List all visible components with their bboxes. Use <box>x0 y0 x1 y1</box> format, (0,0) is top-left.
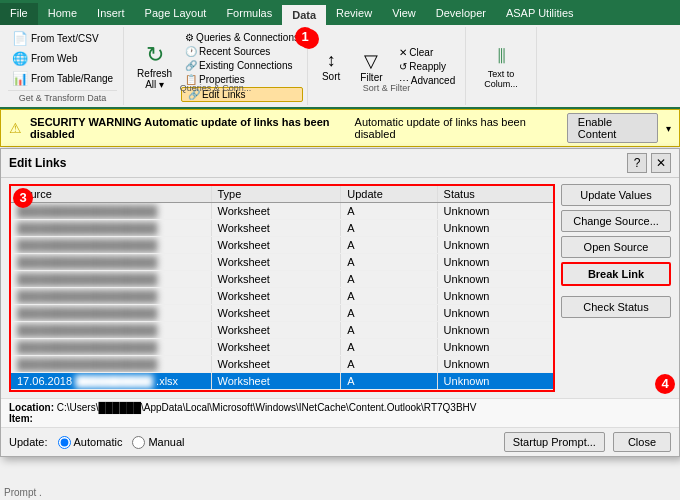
links-table: Source Type Update Status ██████████████… <box>11 186 553 390</box>
tab-view[interactable]: View <box>382 3 426 25</box>
cell-update: A <box>341 220 437 237</box>
table-row[interactable]: ██████████████████WorksheetAUnknown <box>11 322 553 339</box>
btn-open-source[interactable]: Open Source <box>561 236 671 258</box>
btn-sort[interactable]: ↕ Sort <box>314 48 348 84</box>
cell-source: 17.06.2018 ██████████ .xlsx <box>11 373 211 390</box>
security-text: SECURITY WARNING Automatic update of lin… <box>30 116 347 140</box>
tab-developer[interactable]: Developer <box>426 3 496 25</box>
tab-page-layout[interactable]: Page Layout <box>135 3 217 25</box>
cell-source: ██████████████████ <box>11 288 211 305</box>
tab-review[interactable]: Review <box>326 3 382 25</box>
group-text-cols: ⦀ Text toColum... <box>466 27 537 105</box>
btn-from-web-label: From Web <box>31 53 78 64</box>
tab-insert[interactable]: Insert <box>87 3 135 25</box>
btn-text-to-cols[interactable]: ⦀ Text toColum... <box>476 29 526 103</box>
btn-queries-label: Queries & Connections <box>196 32 299 43</box>
table-row[interactable]: ██████████████████WorksheetAUnknown <box>11 237 553 254</box>
group-connections-label: Queries & Conn... <box>124 83 307 93</box>
startup-prompt-label: Startup Prompt... <box>513 436 596 448</box>
cell-status: Unknown <box>437 237 553 254</box>
security-icon: ⚠ <box>9 120 22 136</box>
btn-existing-connections[interactable]: 🔗 Existing Connections <box>181 59 303 72</box>
prompt-label: Prompt . <box>4 487 42 498</box>
btn-reapply[interactable]: ↺ Reapply <box>395 60 460 73</box>
item-label: Item: <box>9 413 33 424</box>
col-type: Type <box>211 186 341 203</box>
cell-source: ██████████████████ <box>11 254 211 271</box>
tab-data[interactable]: Data <box>282 3 326 25</box>
cell-source: ██████████████████ <box>11 305 211 322</box>
table-row[interactable]: ██████████████████WorksheetAUnknown <box>11 220 553 237</box>
anno-4: 4 <box>655 374 675 394</box>
table-row[interactable]: ██████████████████WorksheetAUnknown <box>11 203 553 220</box>
cell-update: A <box>341 305 437 322</box>
tab-file[interactable]: File <box>0 3 38 25</box>
btn-check-status[interactable]: Check Status <box>561 296 671 318</box>
enable-dropdown-icon[interactable]: ▾ <box>666 123 671 134</box>
group-sort-filter: ↕ Sort ▽ Filter ✕ Clear ↺ Reapply ⋯ Adva… <box>308 27 466 105</box>
cell-status: Unknown <box>437 305 553 322</box>
col-source: Source <box>11 186 211 203</box>
btn-from-table[interactable]: 📊 From Table/Range <box>8 69 117 88</box>
cell-source: ██████████████████ <box>11 271 211 288</box>
existing-icon: 🔗 <box>185 60 197 71</box>
tab-formulas[interactable]: Formulas <box>216 3 282 25</box>
cell-update: A <box>341 288 437 305</box>
dialog-help-btn[interactable]: ? <box>627 153 647 173</box>
cell-status: Unknown <box>437 322 553 339</box>
dialog-footer: Location: C:\Users\██████\AppData\Local\… <box>1 398 679 427</box>
close-label: Close <box>628 436 656 448</box>
security-bar: ⚠ SECURITY WARNING Automatic update of l… <box>0 109 680 147</box>
manual-label: Manual <box>148 436 184 448</box>
table-row[interactable]: ██████████████████WorksheetAUnknown <box>11 288 553 305</box>
table-row[interactable]: 17.06.2018 ██████████ .xlsxWorksheetAUnk… <box>11 373 553 390</box>
btn-change-source[interactable]: Change Source... <box>561 210 671 232</box>
bottom-right: Startup Prompt... Close <box>504 432 671 452</box>
btn-filter[interactable]: ▽ Filter <box>352 48 390 85</box>
btn-recent-sources[interactable]: 🕐 Recent Sources <box>181 45 303 58</box>
dialog-table-area: Source Type Update Status ██████████████… <box>9 184 555 392</box>
btn-text-cols-label: Text toColum... <box>484 69 518 89</box>
tab-home[interactable]: Home <box>38 3 87 25</box>
table-row[interactable]: ██████████████████WorksheetAUnknown <box>11 254 553 271</box>
cell-source: ██████████████████ <box>11 322 211 339</box>
table-row[interactable]: ██████████████████WorksheetAUnknown <box>11 305 553 322</box>
btn-filter-label: Filter <box>360 72 382 83</box>
group-get-transform: 📄 From Text/CSV 🌐 From Web 📊 From Table/… <box>2 27 124 105</box>
radio-automatic[interactable] <box>58 436 71 449</box>
cell-update: A <box>341 322 437 339</box>
btn-clear[interactable]: ✕ Clear <box>395 46 460 59</box>
table-row[interactable]: ██████████████████WorksheetAUnknown <box>11 356 553 373</box>
table-row[interactable]: ██████████████████WorksheetAUnknown <box>11 271 553 288</box>
footer-item: Item: <box>9 413 671 424</box>
btn-startup-prompt[interactable]: Startup Prompt... <box>504 432 605 452</box>
dialog-action-buttons: Update Values Change Source... Open Sour… <box>561 184 671 392</box>
cell-type: Worksheet <box>211 356 341 373</box>
prompt-text: Prompt . <box>0 485 46 500</box>
btn-break-link[interactable]: Break Link <box>561 262 671 286</box>
btn-close[interactable]: Close <box>613 432 671 452</box>
cell-update: A <box>341 356 437 373</box>
cell-source: ██████████████████ <box>11 237 211 254</box>
sort-filter-left: ↕ Sort <box>314 48 348 84</box>
cell-status: Unknown <box>437 373 553 390</box>
edit-links-dialog: Edit Links ? ✕ Source Type Update Status <box>0 148 680 457</box>
cell-type: Worksheet <box>211 288 341 305</box>
radio-manual[interactable] <box>132 436 145 449</box>
dialog-close-btn[interactable]: ✕ <box>651 153 671 173</box>
table-row[interactable]: ██████████████████WorksheetAUnknown <box>11 339 553 356</box>
btn-from-table-label: From Table/Range <box>31 73 113 84</box>
btn-queries-connections[interactable]: ⚙ Queries & Connections <box>181 31 303 44</box>
from-text-icon: 📄 <box>12 31 28 46</box>
app-container: File Home Insert Page Layout Formulas Da… <box>0 0 680 500</box>
cell-type: Worksheet <box>211 322 341 339</box>
btn-from-web[interactable]: 🌐 From Web <box>8 49 117 68</box>
enable-content-btn[interactable]: Enable Content <box>567 113 658 143</box>
cell-status: Unknown <box>437 203 553 220</box>
btn-update-values[interactable]: Update Values <box>561 184 671 206</box>
cell-update: A <box>341 203 437 220</box>
btn-existing-label: Existing Connections <box>199 60 292 71</box>
btn-from-text-csv[interactable]: 📄 From Text/CSV <box>8 29 117 48</box>
cell-status: Unknown <box>437 356 553 373</box>
tab-asap[interactable]: ASAP Utilities <box>496 3 584 25</box>
